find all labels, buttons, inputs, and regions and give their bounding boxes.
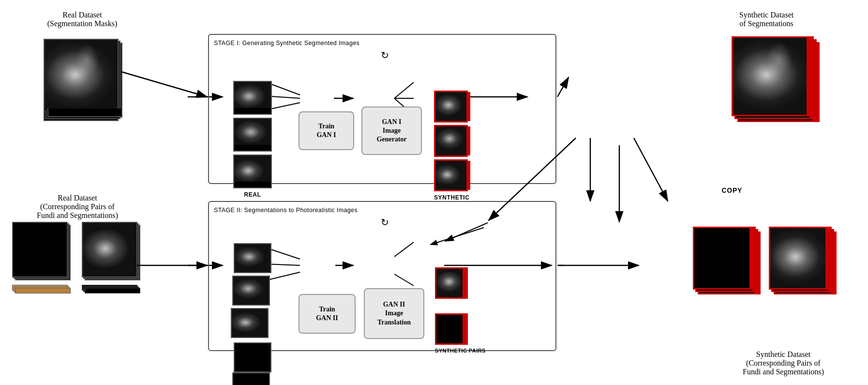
stage2-synthetic-pairs-label: SYNTHETIC PAIRS bbox=[435, 348, 486, 354]
top-right-label: Synthetic Dataset of Segmentations bbox=[713, 11, 820, 28]
stage2-box: STAGE II: Segmentations to Photorealisti… bbox=[208, 201, 556, 351]
train-gan-2-box: Train GAN II bbox=[299, 294, 356, 334]
stage1-input-thumbs: REAL bbox=[233, 81, 272, 198]
sync-icon-2: ↻ bbox=[381, 216, 389, 228]
bottom-left-images bbox=[12, 222, 145, 285]
stage1-output-thumbs: SYNTHETIC bbox=[434, 91, 469, 201]
stage1-real-label: REAL bbox=[233, 191, 272, 198]
top-right-images bbox=[723, 31, 829, 128]
sync-icon-1: ↻ bbox=[381, 49, 389, 61]
stage1-box: STAGE I: Generating Synthetic Segmented … bbox=[208, 34, 556, 184]
bottom-right-label: Synthetic Dataset (Corresponding Pairs o… bbox=[725, 350, 841, 376]
top-left-images bbox=[29, 29, 135, 121]
stage2-title: STAGE II: Segmentations to Photorealisti… bbox=[214, 207, 358, 214]
top-left-label: Real Dataset (Segmentation Masks) bbox=[29, 11, 135, 28]
stage1-title: STAGE I: Generating Synthetic Segmented … bbox=[214, 40, 359, 46]
gan2-translation-box: GAN II Image Translation bbox=[364, 288, 424, 339]
svg-line-24 bbox=[557, 77, 569, 97]
diagram: Real Dataset (Segmentation Masks) STAGE … bbox=[0, 0, 868, 385]
svg-line-21 bbox=[634, 138, 668, 201]
copy-label: COPY bbox=[722, 186, 742, 194]
stage2-input-thumbs: REAL PAIRS bbox=[231, 243, 269, 385]
train-gan-1-box: Train GAN I bbox=[299, 111, 354, 150]
gan1-generator-box: GAN I Image Generator bbox=[361, 107, 422, 155]
bottom-left-label: Real Dataset (Corresponding Pairs of Fun… bbox=[15, 194, 140, 220]
bottom-right-images bbox=[693, 227, 839, 297]
stage2-output-thumbs: SYNTHETIC PAIRS bbox=[435, 267, 486, 354]
stage1-synthetic-label: SYNTHETIC bbox=[434, 194, 469, 201]
